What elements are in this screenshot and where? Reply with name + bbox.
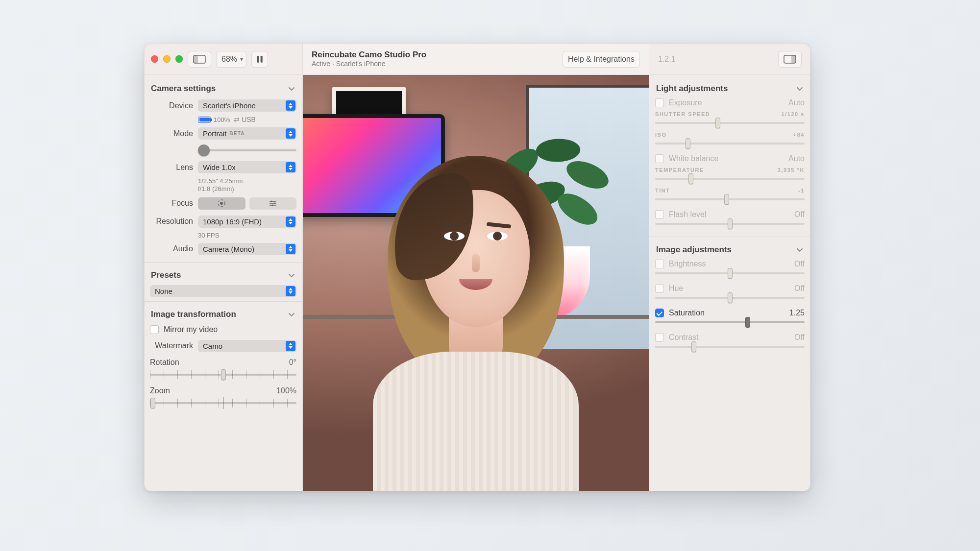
minimize-icon[interactable] xyxy=(163,55,171,63)
temperature-slider[interactable] xyxy=(655,174,805,184)
mode-label: Mode xyxy=(150,129,193,138)
audio-value: Camera (Mono) xyxy=(203,245,254,253)
image-transformation-header[interactable]: Image transformation xyxy=(150,306,296,322)
tint-label: TINT xyxy=(655,188,670,193)
stepper-icon xyxy=(286,286,295,296)
device-status: 100% ⇄ USB xyxy=(150,115,296,124)
brightness-adjustment: Brightness Off xyxy=(655,258,805,282)
lens-select[interactable]: Wide 1.0x xyxy=(198,161,296,173)
pause-button[interactable] xyxy=(251,51,268,68)
exposure-checkbox[interactable] xyxy=(655,98,664,107)
right-panel: Light adjustments Exposure Auto SHUTTER … xyxy=(649,75,810,491)
hue-adjustment: Hue Off xyxy=(655,282,805,307)
presets-select[interactable]: None xyxy=(150,285,296,297)
rotation-slider[interactable] xyxy=(150,370,296,380)
iso-slider[interactable] xyxy=(655,139,805,148)
sliders-icon xyxy=(269,199,277,208)
svg-rect-1 xyxy=(194,55,198,63)
mirror-row: Mirror my video xyxy=(150,322,296,337)
brightness-checkbox[interactable] xyxy=(655,260,664,268)
watermark-select[interactable]: Camo xyxy=(198,340,296,352)
shutter-speed-slider[interactable] xyxy=(655,118,805,128)
white-balance-checkbox[interactable] xyxy=(655,154,664,163)
device-label: Device xyxy=(150,101,193,110)
maximize-icon[interactable] xyxy=(175,55,183,63)
white-balance-value: Auto xyxy=(788,154,805,163)
left-panel: Camera settings Device Scarlet's iPhone … xyxy=(144,75,303,491)
left-panel-toggle-button[interactable] xyxy=(188,51,211,68)
titlebar-right: 1.2.1 xyxy=(649,44,810,75)
light-adjustments-title: Light adjustments xyxy=(656,84,728,94)
resolution-label: Resolution xyxy=(150,217,193,226)
saturation-slider[interactable] xyxy=(655,317,805,327)
audio-row: Audio Camera (Mono) xyxy=(150,240,296,258)
zoom-value: 100% xyxy=(276,386,296,395)
target-icon xyxy=(217,199,226,208)
help-integrations-button[interactable]: Help & Integrations xyxy=(563,51,640,68)
flash-value: Off xyxy=(794,210,805,219)
chevron-down-icon xyxy=(796,85,804,93)
chevron-down-icon xyxy=(288,85,295,93)
focus-segmented xyxy=(198,197,296,210)
zoom-value: 68% xyxy=(221,55,237,64)
right-panel-toggle-button[interactable] xyxy=(778,51,802,68)
shutter-speed-value: 1/120 s xyxy=(782,111,805,117)
mode-row: Mode Portrait BETA xyxy=(150,124,296,143)
svg-point-10 xyxy=(271,204,273,206)
brightness-label: Brightness xyxy=(669,260,789,268)
brightness-slider[interactable] xyxy=(655,268,805,278)
focus-manual-button[interactable] xyxy=(249,197,297,210)
contrast-checkbox[interactable] xyxy=(655,333,664,342)
white-balance-label: White balance xyxy=(669,154,784,163)
pause-icon xyxy=(255,55,265,63)
temperature-label: TEMPERATURE xyxy=(655,167,704,173)
flash-label: Flash level xyxy=(669,210,789,219)
white-balance-adjustment: White balance Auto TEMPERATURE3,935 °K T… xyxy=(655,152,805,208)
contrast-slider[interactable] xyxy=(655,342,805,352)
mode-value: Portrait xyxy=(203,129,226,138)
contrast-value: Off xyxy=(794,333,805,342)
fps-line: 30 FPS xyxy=(150,231,296,240)
device-value: Scarlet's iPhone xyxy=(203,101,256,110)
zoom-dropdown[interactable]: 68% ▾ xyxy=(216,51,246,68)
presets-header[interactable]: Presets xyxy=(150,266,296,283)
flash-slider[interactable] xyxy=(655,219,805,229)
usb-icon: ⇄ USB xyxy=(234,116,256,123)
focus-label: Focus xyxy=(150,199,193,208)
presets-value: None xyxy=(155,287,172,295)
title-block: Reincubate Camo Studio Pro Active · Scar… xyxy=(312,49,426,69)
svg-rect-5 xyxy=(791,55,796,63)
saturation-checkbox[interactable] xyxy=(655,309,664,317)
focus-auto-button[interactable] xyxy=(198,197,245,210)
resolution-row: Resolution 1080p 16:9 (FHD) xyxy=(150,213,296,231)
flash-checkbox[interactable] xyxy=(655,210,664,219)
zoom-slider[interactable] xyxy=(150,398,296,408)
audio-select[interactable]: Camera (Mono) xyxy=(198,243,296,255)
device-select[interactable]: Scarlet's iPhone xyxy=(198,99,296,112)
portrait-strength-slider[interactable] xyxy=(198,145,296,155)
titlebar-left: 68% ▾ xyxy=(144,44,303,75)
stepper-icon xyxy=(286,100,295,111)
audio-label: Audio xyxy=(150,244,193,253)
image-adjustments-header[interactable]: Image adjustments xyxy=(655,241,805,258)
hue-label: Hue xyxy=(669,284,789,293)
watermark-row: Watermark Camo xyxy=(150,337,296,355)
exposure-value: Auto xyxy=(788,98,805,107)
video-preview xyxy=(303,75,649,491)
hue-slider[interactable] xyxy=(655,293,805,303)
contrast-label: Contrast xyxy=(669,333,789,342)
resolution-select[interactable]: 1080p 16:9 (FHD) xyxy=(198,216,296,228)
chevron-down-icon xyxy=(288,271,295,279)
device-row: Device Scarlet's iPhone xyxy=(150,96,296,115)
tint-slider[interactable] xyxy=(655,194,805,204)
mode-select[interactable]: Portrait BETA xyxy=(198,127,296,140)
chevron-down-icon xyxy=(796,246,804,254)
hue-checkbox[interactable] xyxy=(655,284,664,293)
subject-illustration xyxy=(363,156,588,491)
mode-beta-badge: BETA xyxy=(229,131,245,136)
camera-settings-header[interactable]: Camera settings xyxy=(150,80,296,96)
light-adjustments-header[interactable]: Light adjustments xyxy=(655,80,805,96)
traffic-lights xyxy=(151,55,183,63)
mirror-checkbox[interactable] xyxy=(150,325,159,334)
close-icon[interactable] xyxy=(151,55,158,63)
